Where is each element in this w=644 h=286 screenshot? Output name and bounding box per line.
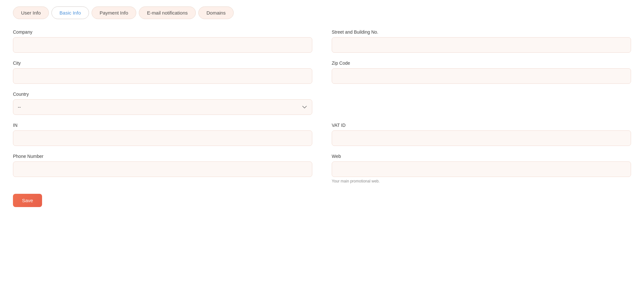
in-input[interactable] (13, 130, 312, 146)
phone-input[interactable] (13, 161, 312, 177)
street-group: Street and Building No. (332, 29, 631, 53)
web-group: Web Your main promotional web. (332, 154, 631, 183)
basic-info-form: Company Street and Building No. City Zip… (13, 29, 631, 207)
web-label: Web (332, 154, 631, 159)
company-label: Company (13, 29, 312, 35)
save-button[interactable]: Save (13, 194, 42, 207)
vat-label: VAT ID (332, 123, 631, 128)
zip-group: Zip Code (332, 60, 631, 84)
phone-label: Phone Number (13, 154, 312, 159)
zip-input[interactable] (332, 68, 631, 84)
in-label: IN (13, 123, 312, 128)
web-input[interactable] (332, 161, 631, 177)
street-label: Street and Building No. (332, 29, 631, 35)
phone-group: Phone Number (13, 154, 312, 183)
country-label: Country (13, 92, 312, 97)
country-group: Country -- (13, 92, 312, 115)
city-input[interactable] (13, 68, 312, 84)
company-input[interactable] (13, 37, 312, 53)
tab-domains[interactable]: Domains (198, 6, 234, 19)
city-group: City (13, 60, 312, 84)
country-select[interactable]: -- (13, 99, 312, 115)
tabs-nav: User Info Basic Info Payment Info E-mail… (13, 6, 631, 19)
tab-email-notifications[interactable]: E-mail notifications (139, 6, 196, 19)
street-input[interactable] (332, 37, 631, 53)
tab-basic-info[interactable]: Basic Info (51, 6, 89, 19)
tab-payment-info[interactable]: Payment Info (92, 6, 136, 19)
city-label: City (13, 60, 312, 66)
vat-input[interactable] (332, 130, 631, 146)
zip-label: Zip Code (332, 60, 631, 66)
vat-group: VAT ID (332, 123, 631, 146)
country-right-spacer (332, 92, 631, 115)
company-group: Company (13, 29, 312, 53)
tab-user-info[interactable]: User Info (13, 6, 49, 19)
in-group: IN (13, 123, 312, 146)
web-hint: Your main promotional web. (332, 179, 631, 183)
